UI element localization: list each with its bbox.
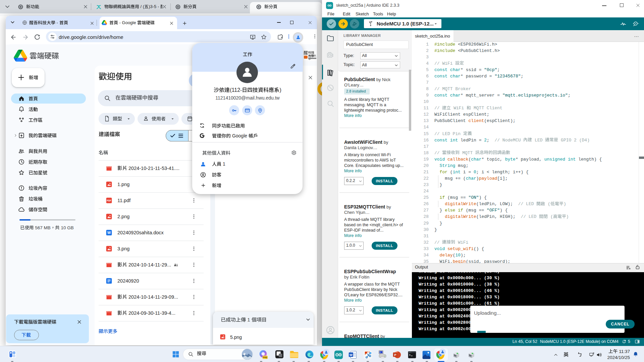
svg-text:C:\: C:\ — [409, 352, 411, 353]
svg-text:W: W — [107, 231, 111, 235]
svg-text:PDF: PDF — [107, 199, 111, 202]
svg-text:W: W — [350, 353, 353, 357]
svg-text:P: P — [394, 353, 396, 357]
svg-text:PRE: PRE — [263, 356, 267, 359]
